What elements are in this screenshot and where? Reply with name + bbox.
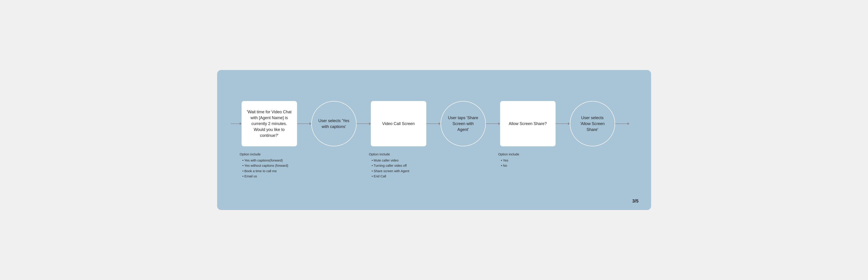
connector-3	[426, 122, 440, 125]
node-allow-screen-share: Allow Screen Share?	[500, 101, 556, 146]
list-item: Yes without captions (forward)	[243, 163, 295, 168]
node-wait-time: 'Wait time for Video Chat with [Agent Na…	[242, 101, 297, 146]
connector-5	[556, 122, 570, 125]
trail-arrow	[615, 122, 629, 125]
connector-4	[486, 122, 500, 125]
lead-line	[231, 123, 240, 124]
lead-arrow	[231, 122, 242, 125]
arrow-head-0	[240, 122, 242, 125]
label-list-2: Mute caller video Turning caller video o…	[369, 158, 425, 179]
label-title-1: Option include	[240, 152, 295, 157]
label-block-3: Option include Yes No	[498, 152, 554, 169]
flow-diagram: 'Wait time for Video Chat with [Agent Na…	[231, 101, 638, 146]
list-item: End Call	[372, 174, 425, 179]
list-item: Yes	[501, 158, 554, 163]
list-item: No	[501, 163, 554, 168]
slide-container: 'Wait time for Video Chat with [Agent Na…	[217, 70, 651, 210]
page-indicator: 3/5	[632, 198, 639, 204]
node-video-call-screen: Video Call Screen	[371, 101, 426, 146]
node-user-selects-yes: User selects 'Yes with captions'	[311, 101, 356, 146]
list-item: Email us	[243, 174, 295, 179]
connector-2	[356, 122, 371, 125]
node-user-selects-allow: User selects 'Allow Screen Share'	[570, 101, 615, 146]
label-title-2: Option include	[369, 152, 425, 157]
label-title-3: Option include	[498, 152, 554, 157]
list-item: Book a time to call me	[243, 169, 295, 174]
list-item: Turning caller video off	[372, 163, 425, 168]
label-list-3: Yes No	[498, 158, 554, 168]
label-list-1: Yes with captions(forward) Yes without c…	[240, 158, 295, 179]
node-user-taps-share: User taps 'Share Screen with Agent'	[440, 101, 486, 146]
label-block-2: Option include Mute caller video Turning…	[369, 152, 425, 179]
label-block-1: Option include Yes with captions(forward…	[240, 152, 295, 179]
list-item: Yes with captions(forward)	[243, 158, 295, 163]
connector-1	[297, 122, 311, 125]
list-item: Mute caller video	[372, 158, 425, 163]
list-item: Share screen with Agent	[372, 169, 425, 174]
